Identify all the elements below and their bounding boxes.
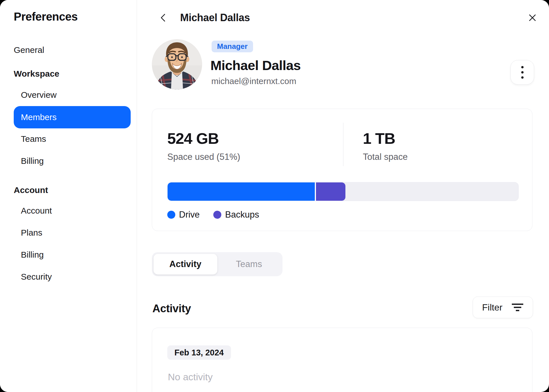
close-button[interactable]	[526, 11, 539, 25]
space-used-value: 524 GB	[167, 130, 219, 147]
filter-label: Filter	[482, 302, 502, 313]
role-badge: Manager	[212, 41, 253, 52]
stat-divider	[343, 123, 343, 166]
legend-item-backups: Backups	[213, 210, 259, 220]
sidebar-title: Preferences	[14, 10, 78, 23]
sidebar-item-account[interactable]: Account	[21, 206, 52, 216]
page-title: Michael Dallas	[180, 12, 250, 24]
tab-group: Activity Teams	[152, 252, 283, 276]
backups-usage-segment	[316, 182, 345, 201]
no-activity-text: No activity	[168, 371, 213, 383]
space-used-label: Space used (51%)	[167, 152, 240, 162]
preferences-window: Preferences General Workspace Overview M…	[0, 0, 549, 392]
sidebar-section-workspace: Workspace	[14, 69, 59, 79]
total-space-value: 1 TB	[363, 130, 395, 147]
sidebar-item-members[interactable]: Members	[14, 106, 131, 128]
sidebar-section-account: Account	[14, 185, 48, 195]
avatar	[152, 39, 202, 89]
total-space-label: Total space	[363, 152, 408, 162]
date-chip: Feb 13, 2024	[167, 345, 231, 360]
tab-teams[interactable]: Teams	[217, 254, 281, 274]
kebab-vertical-icon	[521, 66, 524, 68]
sidebar-item-security[interactable]: Security	[21, 272, 52, 282]
sidebar-item-members-label: Members	[21, 112, 57, 122]
storage-card: 524 GB Space used (51%) 1 TB Total space…	[152, 109, 532, 231]
member-name: Michael Dallas	[210, 57, 301, 73]
filter-lines-icon	[512, 303, 524, 312]
kebab-vertical-icon	[521, 71, 524, 73]
back-button[interactable]	[158, 12, 169, 23]
sidebar-item-teams[interactable]: Teams	[21, 134, 46, 144]
legend-item-drive: Drive	[167, 210, 200, 220]
sidebar-item-billing-account[interactable]: Billing	[21, 250, 44, 260]
storage-usage-bar	[167, 182, 519, 201]
kebab-vertical-icon	[521, 76, 524, 79]
storage-legend: Drive Backups	[167, 210, 259, 220]
sidebar-item-billing-workspace[interactable]: Billing	[21, 156, 44, 166]
tab-activity[interactable]: Activity	[154, 254, 217, 274]
legend-drive-label: Drive	[179, 210, 200, 220]
member-email: michael@internxt.com	[211, 76, 296, 86]
avatar-illustration	[152, 39, 202, 89]
backups-dot-icon	[213, 211, 221, 219]
sidebar-item-general[interactable]: General	[14, 45, 44, 55]
close-icon	[527, 13, 538, 23]
sidebar: Preferences General Workspace Overview M…	[0, 0, 137, 392]
activity-card: Feb 13, 2024 No activity	[152, 328, 532, 392]
activity-heading: Activity	[152, 303, 191, 315]
chevron-left-icon	[159, 13, 168, 23]
filter-button[interactable]: Filter	[473, 297, 533, 318]
legend-backups-label: Backups	[225, 210, 259, 220]
member-options-button[interactable]	[510, 60, 534, 85]
sidebar-item-overview[interactable]: Overview	[21, 90, 57, 100]
sidebar-item-plans[interactable]: Plans	[21, 228, 42, 238]
drive-dot-icon	[167, 211, 175, 219]
drive-usage-segment	[168, 182, 315, 201]
